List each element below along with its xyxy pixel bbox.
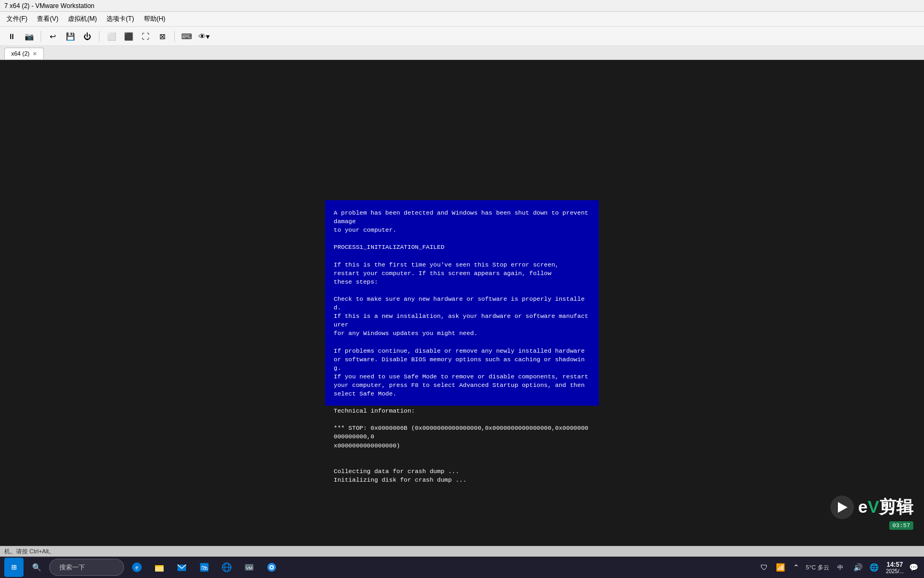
tray-expand[interactable]: ⌃	[790, 561, 803, 574]
resize-vm[interactable]: ⊠	[155, 29, 170, 44]
snapshot-button[interactable]: 📷	[21, 29, 36, 44]
svg-text:🛍: 🛍	[201, 564, 207, 572]
search-label: 搜索一下	[59, 563, 85, 572]
svg-rect-4	[155, 565, 159, 567]
windows-taskbar: ⊞ 🔍 搜索一下 e 🛍	[0, 557, 924, 578]
tray-network[interactable]: 📶	[774, 561, 787, 574]
normal-view[interactable]: ⬜	[104, 29, 119, 44]
mail-icon	[176, 562, 187, 573]
start-button[interactable]: ⊞	[4, 558, 24, 577]
vmware-status-bar: 机。请按 Ctrl+Alt。	[0, 546, 924, 557]
revert-button[interactable]: ↩	[45, 29, 60, 44]
tab-bar: x64 (2) ✕	[0, 46, 924, 60]
taskbar-ie[interactable]	[217, 558, 236, 577]
toolbar-separator-2	[99, 31, 99, 42]
taskbar-vmware[interactable]: VM	[240, 558, 259, 577]
shutdown-button[interactable]: ⏻	[80, 29, 95, 44]
vm-tab[interactable]: x64 (2) ✕	[4, 48, 44, 59]
vmware-icon: VM	[244, 562, 255, 573]
clock-time: 14:57	[887, 561, 903, 568]
weather-text: 5°C 多云	[806, 564, 829, 572]
menu-tabs[interactable]: 选项卡(T)	[102, 13, 138, 25]
toolbar-separator-3	[174, 31, 175, 42]
svg-rect-3	[155, 566, 164, 572]
toolbar: ⏸ 📷 ↩ 💾 ⏻ ⬜ ⬛ ⛶ ⊠ ⌨ 👁▾	[0, 27, 924, 46]
edge-icon: e	[132, 562, 142, 573]
svg-point-15	[271, 566, 273, 568]
tray-weather[interactable]: 5°C 多云	[806, 564, 829, 572]
send-ctrlaltdel[interactable]: ⌨	[179, 29, 194, 44]
status-text: 机。请按 Ctrl+Alt。	[4, 547, 55, 556]
menu-vm[interactable]: 虚拟机(M)	[64, 13, 101, 25]
tab-close-button[interactable]: ✕	[33, 51, 37, 57]
menu-help[interactable]: 帮助(H)	[140, 13, 170, 25]
ev-recorder-overlay: eV剪辑 03:57	[830, 496, 913, 519]
view-dropdown[interactable]: 👁▾	[196, 29, 211, 44]
bsod-content: A problem has been detected and Windows …	[334, 209, 590, 484]
svg-text:VM: VM	[246, 566, 252, 571]
clock-date: 2025/...	[886, 568, 904, 574]
ev-play-button[interactable]	[830, 496, 854, 519]
ev-timer: 03:57	[889, 521, 913, 530]
title-bar: 7 x64 (2) - VMware Workstation	[0, 0, 924, 12]
menu-view[interactable]: 查看(V)	[33, 13, 63, 25]
browser-icon	[266, 562, 277, 573]
suspend-button[interactable]: 💾	[63, 29, 78, 44]
ev-logo-v: V	[868, 497, 879, 516]
tray-clock[interactable]: 14:57 2025/...	[886, 561, 904, 574]
explorer-icon	[154, 562, 165, 573]
toolbar-separator-1	[41, 31, 41, 42]
taskbar-search-icon[interactable]: 🔍	[27, 558, 46, 577]
unity-view[interactable]: ⬛	[121, 29, 136, 44]
play-icon	[838, 502, 848, 513]
tab-label: x64 (2)	[11, 50, 29, 57]
taskbar-search-bar[interactable]: 搜索一下	[49, 559, 124, 576]
pause-button[interactable]: ⏸	[4, 29, 19, 44]
window-title: 7 x64 (2) - VMware Workstation	[4, 2, 95, 10]
tray-language[interactable]: 中	[833, 561, 849, 574]
bsod-screen: A problem has been detected and Windows …	[325, 200, 599, 406]
menu-bar: 文件(F) 查看(V) 虚拟机(M) 选项卡(T) 帮助(H)	[0, 12, 924, 27]
ev-logo: eV剪辑	[858, 496, 913, 519]
store-icon: 🛍	[199, 562, 210, 573]
svg-text:e: e	[135, 565, 138, 571]
taskbar-edge[interactable]: e	[127, 558, 147, 577]
tray-sound[interactable]: 🔊	[852, 561, 865, 574]
ev-logo-jianjie: 剪辑	[879, 497, 913, 516]
full-screen[interactable]: ⛶	[138, 29, 153, 44]
system-tray: 🛡 📶 ⌃ 5°C 多云 中 🔊 🌐 14:57 2025/... 💬	[758, 561, 920, 574]
tray-shield[interactable]: 🛡	[758, 561, 771, 574]
menu-file[interactable]: 文件(F)	[2, 13, 32, 25]
ev-logo-ev: e	[858, 497, 868, 516]
notification-center[interactable]: 💬	[907, 561, 920, 574]
taskbar-store[interactable]: 🛍	[195, 558, 214, 577]
tray-network2[interactable]: 🌐	[868, 561, 881, 574]
ie-icon	[221, 562, 232, 573]
vm-display-area[interactable]: A problem has been detected and Windows …	[0, 60, 924, 546]
taskbar-explorer[interactable]	[150, 558, 169, 577]
taskbar-mail[interactable]	[172, 558, 191, 577]
taskbar-browser2[interactable]	[262, 558, 281, 577]
